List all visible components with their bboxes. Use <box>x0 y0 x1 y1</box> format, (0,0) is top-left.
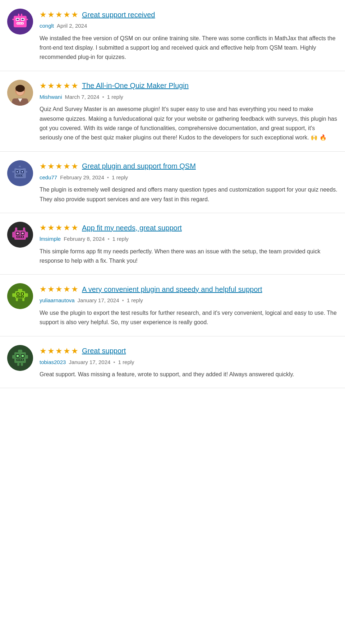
svg-rect-10 <box>12 19 14 20</box>
svg-rect-79 <box>18 350 22 353</box>
svg-rect-11 <box>26 19 28 20</box>
separator-dot: • <box>113 358 115 367</box>
review-item: ★★★★★Great support receivedcongltApril 2… <box>0 0 345 71</box>
svg-rect-76 <box>22 359 23 360</box>
svg-rect-72 <box>22 355 24 357</box>
svg-point-19 <box>15 85 25 92</box>
star-rating: ★★★★★ <box>40 9 78 20</box>
review-body: We installed the free version of QSM on … <box>40 34 338 62</box>
svg-rect-33 <box>25 171 27 172</box>
reply-count[interactable]: 1 reply <box>118 358 134 367</box>
svg-rect-53 <box>12 293 16 297</box>
review-body: The plugin is extremely well designed an… <box>40 185 338 204</box>
review-content: ★★★★★Great supporttobias2023January 17, … <box>40 345 338 380</box>
star-icon: ★ <box>55 283 63 295</box>
svg-rect-26 <box>17 171 18 172</box>
review-date: February 29, 2024 <box>60 174 104 182</box>
review-date: April 2, 2024 <box>57 22 87 30</box>
svg-rect-43 <box>22 233 24 234</box>
avatar <box>7 345 33 371</box>
svg-rect-62 <box>22 296 23 297</box>
star-icon: ★ <box>71 160 78 172</box>
svg-rect-42 <box>17 233 19 234</box>
review-content: ★★★★★Great support receivedcongltApril 2… <box>40 9 338 62</box>
svg-rect-38 <box>12 232 15 238</box>
svg-rect-29 <box>17 175 19 176</box>
review-header: ★★★★★The All-in-One Quiz Maker Plugin <box>40 80 338 92</box>
svg-rect-9 <box>22 23 23 24</box>
svg-rect-27 <box>22 171 23 172</box>
review-title[interactable]: Great support received <box>82 9 155 20</box>
review-body: We use the plugin to export the test res… <box>40 308 338 327</box>
svg-rect-1 <box>14 16 27 27</box>
star-rating: ★★★★★ <box>40 160 78 172</box>
review-meta: lmsimpleFebruary 8, 2024•1 reply <box>40 235 338 243</box>
star-icon: ★ <box>55 160 63 172</box>
review-item: ★★★★★App fit my needs, great supportlmsi… <box>0 213 345 275</box>
svg-rect-64 <box>22 298 24 301</box>
star-icon: ★ <box>71 283 78 295</box>
star-icon: ★ <box>71 345 78 357</box>
svg-rect-67 <box>12 355 15 359</box>
separator-dot: • <box>107 174 109 182</box>
svg-rect-13 <box>21 14 22 17</box>
svg-rect-12 <box>18 14 19 17</box>
star-icon: ★ <box>71 9 78 20</box>
reviewer-name[interactable]: tobias2023 <box>40 358 66 367</box>
avatar <box>7 160 33 186</box>
reply-count[interactable]: 1 reply <box>112 174 128 182</box>
star-icon: ★ <box>55 345 63 357</box>
review-content: ★★★★★A very convenient plugin and speedy… <box>40 283 338 327</box>
reply-count[interactable]: 1 reply <box>127 296 143 305</box>
star-icon: ★ <box>63 283 70 295</box>
review-title[interactable]: Great support <box>82 345 126 356</box>
review-item: ★★★★★The All-in-One Quiz Maker PluginMis… <box>0 71 345 152</box>
review-title[interactable]: A very convenient plugin and speedy and … <box>82 284 262 295</box>
reply-count[interactable]: 1 reply <box>107 93 123 101</box>
svg-rect-54 <box>24 293 28 297</box>
review-title[interactable]: App fit my needs, great support <box>82 222 182 233</box>
svg-rect-5 <box>22 19 24 20</box>
reviewer-name[interactable]: cedu77 <box>40 174 57 182</box>
svg-rect-68 <box>25 355 28 359</box>
avatar <box>7 9 33 34</box>
star-icon: ★ <box>55 9 63 20</box>
review-title[interactable]: The All-in-One Quiz Maker Plugin <box>82 80 189 91</box>
svg-rect-39 <box>25 232 28 238</box>
svg-rect-7 <box>17 23 19 24</box>
svg-rect-37 <box>14 230 26 240</box>
svg-rect-77 <box>17 363 19 366</box>
svg-rect-8 <box>19 23 21 24</box>
svg-rect-23 <box>14 168 26 178</box>
reviewer-name[interactable]: lmsimple <box>40 235 61 243</box>
review-date: January 17, 2024 <box>78 296 119 305</box>
review-title[interactable]: Great plugin and support from QSM <box>82 161 196 171</box>
star-icon: ★ <box>47 80 55 92</box>
svg-rect-75 <box>19 359 21 360</box>
avatar <box>7 222 33 248</box>
svg-rect-30 <box>19 175 21 176</box>
svg-rect-49 <box>23 227 25 231</box>
reply-count[interactable]: 1 reply <box>112 235 129 243</box>
reviewer-name[interactable]: conglt <box>40 22 54 30</box>
avatar <box>7 80 33 106</box>
star-icon: ★ <box>71 80 78 92</box>
review-item: ★★★★★Great plugin and support from QSMce… <box>0 152 345 213</box>
svg-rect-46 <box>19 236 21 238</box>
reviewer-name[interactable]: Mishwani <box>40 93 62 101</box>
star-icon: ★ <box>40 222 47 234</box>
svg-rect-78 <box>21 363 23 366</box>
avatar <box>7 283 33 309</box>
review-content: ★★★★★The All-in-One Quiz Maker PluginMis… <box>40 80 338 143</box>
svg-rect-74 <box>17 359 19 360</box>
review-header: ★★★★★App fit my needs, great support <box>40 222 338 234</box>
svg-rect-48 <box>15 227 17 231</box>
reviewer-name[interactable]: yuliaarnautova <box>40 296 75 305</box>
star-rating: ★★★★★ <box>40 80 78 92</box>
svg-rect-66 <box>14 352 26 363</box>
review-date: March 7, 2024 <box>65 93 100 101</box>
review-header: ★★★★★Great plugin and support from QSM <box>40 160 338 172</box>
review-item: ★★★★★Great supporttobias2023January 17, … <box>0 336 345 388</box>
review-meta: cedu77February 29, 2024•1 reply <box>40 174 338 182</box>
review-date: January 17, 2024 <box>69 358 110 367</box>
